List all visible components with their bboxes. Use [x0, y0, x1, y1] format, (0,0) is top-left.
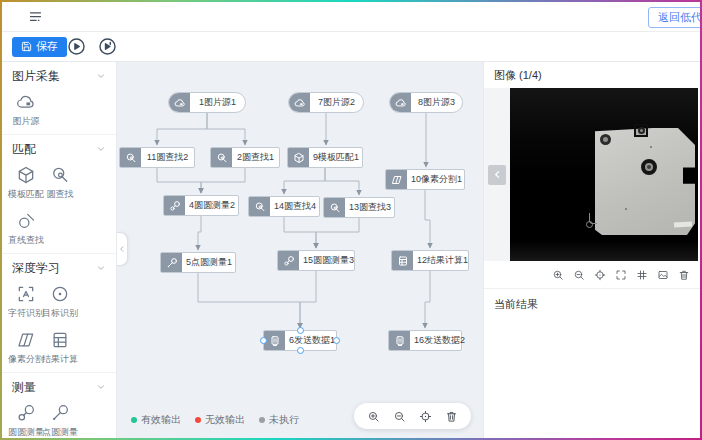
- flow-node-1[interactable]: 1图片源1: [168, 92, 246, 113]
- sidebar-item-measure-cc[interactable]: 圆圆测量: [12, 403, 40, 438]
- menu-icon[interactable]: [28, 9, 43, 24]
- sidebar-section-header[interactable]: 测量: [12, 379, 106, 395]
- legend-item: 未执行: [259, 413, 299, 427]
- flow-edge-2-4: [201, 168, 245, 193]
- action-toolbar: 保存: [2, 32, 700, 62]
- flow-node-13[interactable]: 13圆查找3: [323, 197, 395, 218]
- flow-edge-11-4: [157, 168, 201, 193]
- flow-node-4[interactable]: 4圆圆测量2: [163, 195, 239, 216]
- sidebar-item-label: 图片源: [13, 115, 40, 128]
- cloud-icon: [16, 92, 36, 112]
- step-run-button[interactable]: [98, 37, 117, 56]
- zoom-out-icon[interactable]: [393, 410, 406, 423]
- sidebar-item-segment[interactable]: 像素分割: [12, 330, 40, 366]
- node-handle-top[interactable]: [297, 327, 304, 334]
- flow-node-label: 8图片源3: [411, 93, 462, 112]
- sidebar-item-line-find[interactable]: 直线查找: [12, 211, 40, 247]
- sidebar-section-items: 模板匹配圆查找直线查找: [12, 165, 106, 247]
- sidebar-section-header[interactable]: 匹配: [12, 141, 106, 157]
- sidebar-item-target[interactable]: 目标识别: [46, 284, 74, 320]
- node-handle-bottom[interactable]: [297, 347, 304, 354]
- sidebar-collapse-handle[interactable]: [117, 232, 128, 266]
- node-handle-left[interactable]: [260, 337, 267, 344]
- flow-node-2[interactable]: 2圆查找1: [210, 147, 280, 168]
- export-icon[interactable]: [657, 269, 669, 281]
- trash-icon[interactable]: [445, 410, 458, 423]
- grid-icon[interactable]: [636, 269, 648, 281]
- sidebar-section-items: 图片源: [12, 92, 106, 128]
- flow-edge-14-15: [284, 217, 316, 248]
- center-hole: [641, 159, 657, 175]
- sidebar-item-find-circle[interactable]: 圆查找: [46, 165, 74, 201]
- flow-node-8[interactable]: 8图片源3: [389, 92, 463, 113]
- locate-icon[interactable]: [594, 269, 606, 281]
- flow-edge-12-16: [425, 271, 430, 328]
- ocr-icon: [16, 284, 36, 304]
- sidebar-item-calc[interactable]: 结果计算: [46, 330, 74, 366]
- flow-node-6[interactable]: 6发送数据1: [263, 330, 337, 351]
- sidebar-section-header[interactable]: 深度学习: [12, 260, 106, 276]
- flow-node-label: 9模板匹配1: [309, 148, 363, 167]
- flow-node-10[interactable]: 10像素分割1: [385, 169, 465, 190]
- back-to-lowcode-button[interactable]: 返回低代: [648, 7, 700, 28]
- sidebar-section-title: 深度学习: [12, 260, 60, 277]
- device-icon: [264, 331, 285, 350]
- flow-canvas[interactable]: 有效输出无效输出未执行 1图片源17图片源28图片源311圆查找22圆查找19模…: [117, 62, 483, 438]
- sidebar-item-cube[interactable]: 模板匹配: [12, 165, 40, 201]
- sidebar-item-ocr[interactable]: 字符识别: [12, 284, 40, 320]
- find-circle-icon: [211, 148, 232, 167]
- flow-edge-9-13: [325, 168, 359, 195]
- sidebar-item-label: 点圆测量: [42, 426, 78, 438]
- flow-node-9[interactable]: 9模板匹配1: [287, 147, 363, 168]
- flow-node-label: 1图片源1: [190, 93, 245, 112]
- flow-node-label: 10像素分割1: [407, 170, 466, 189]
- node-handle-right[interactable]: [333, 337, 340, 344]
- run-button[interactable]: [67, 37, 86, 56]
- save-icon: [21, 41, 32, 52]
- flow-node-label: 12结果计算1: [413, 251, 472, 270]
- flow-node-11[interactable]: 11圆查找2: [119, 147, 195, 168]
- part-label: [674, 222, 692, 228]
- right-panel: 图像 (1/4): [483, 62, 700, 438]
- screenshot-frame: 返回低代 保存 图片采集图片源匹配模板匹配圆查找直线查找深度学习字符识别目标识别…: [0, 0, 702, 440]
- sidebar-section: 图片采集图片源: [2, 62, 116, 135]
- result-panel-title: 当前结果: [484, 289, 700, 320]
- measure-pc-icon: [161, 253, 182, 272]
- fullscreen-icon[interactable]: [615, 269, 627, 281]
- flow-node-label: 11圆查找2: [141, 148, 194, 167]
- flow-edge-15-6: [300, 271, 316, 328]
- sidebar-section-header[interactable]: 图片采集: [12, 68, 106, 84]
- zoom-in-icon[interactable]: [367, 410, 380, 423]
- dust-dot: [650, 146, 652, 148]
- flow-node-16[interactable]: 16发送数据2: [388, 330, 462, 351]
- sidebar-item-label: 圆查找: [47, 188, 74, 201]
- sidebar-item-label: 直线查找: [8, 234, 44, 247]
- screw-hole: [600, 134, 611, 145]
- flow-node-label: 16发送数据2: [410, 331, 469, 350]
- chevron-down-icon: [96, 382, 106, 392]
- sidebar-item-label: 模板匹配: [8, 188, 44, 201]
- flow-node-14[interactable]: 14圆查找4: [248, 196, 320, 217]
- cloud-icon: [169, 93, 190, 112]
- flow-node-label: 5点圆测量1: [182, 253, 236, 272]
- device-icon: [389, 331, 410, 350]
- flow-node-label: 15圆圆测量3: [299, 251, 358, 270]
- trash-icon[interactable]: [678, 269, 690, 281]
- locate-icon[interactable]: [419, 410, 432, 423]
- flow-node-7[interactable]: 7图片源2: [288, 92, 364, 113]
- save-button[interactable]: 保存: [12, 37, 67, 57]
- zoom-out-icon[interactable]: [573, 269, 585, 281]
- target-icon: [50, 284, 70, 304]
- dust-dot: [625, 208, 627, 210]
- prev-image-button[interactable]: [488, 165, 506, 185]
- canvas-legend: 有效输出无效输出未执行: [131, 413, 299, 427]
- flow-node-5[interactable]: 5点圆测量1: [160, 252, 236, 273]
- sidebar-item-measure-pc[interactable]: 点圆测量: [46, 403, 74, 438]
- flow-node-15[interactable]: 15圆圆测量3: [277, 250, 355, 271]
- legend-item: 有效输出: [131, 413, 181, 427]
- flow-node-12[interactable]: 12结果计算1: [391, 250, 469, 271]
- zoom-in-icon[interactable]: [552, 269, 564, 281]
- sidebar-item-cloud[interactable]: 图片源: [12, 92, 40, 128]
- save-label: 保存: [36, 39, 58, 54]
- inspection-image[interactable]: [510, 88, 698, 261]
